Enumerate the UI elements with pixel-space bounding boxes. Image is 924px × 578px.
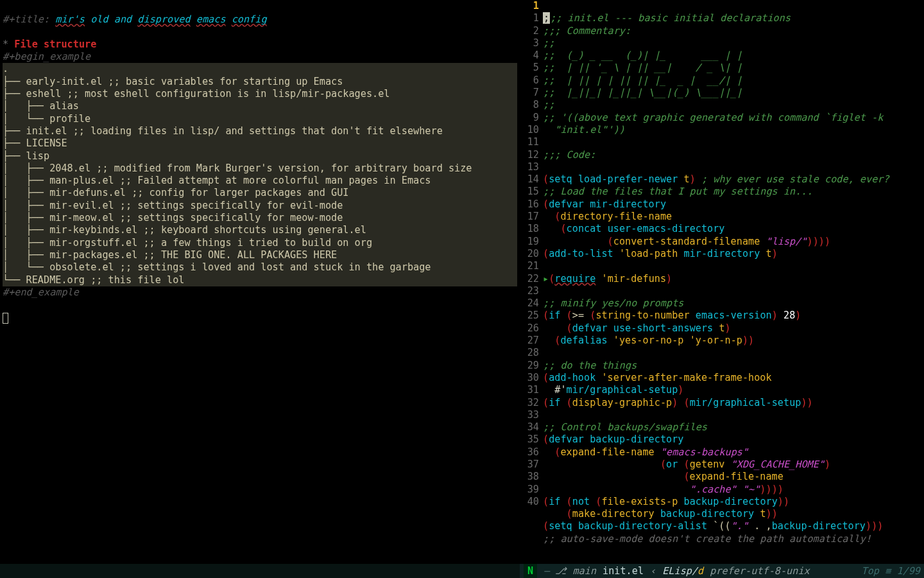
encoding: prefer-utf-8-unix (710, 564, 809, 578)
code-line: (add-hook 'server-after-make-frame-hook … (543, 372, 772, 396)
code-line: (add-to-list 'load-path mir-directory t) (543, 248, 778, 259)
title-word: mir's (55, 13, 85, 25)
code-line: (defalias 'yes-or-no-p 'y-or-n-p)) (543, 335, 754, 346)
tree-line: ├── lisp (3, 150, 517, 162)
begin-example: #+begin_example (3, 51, 90, 62)
code-line: ;; auto-save-mode doesn't create the pat… (543, 533, 871, 545)
tree-line: │ ├── mir-orgstuff.el ;; a few things i … (3, 237, 517, 249)
code-line: ;;; Code: (543, 149, 595, 161)
readme-pane[interactable]: #+title: mir's old and disproved emacs c… (0, 0, 520, 564)
modeline-right-active[interactable]: N — ⎇ main init.el ‹ ELisp/d prefer-utf-… (520, 564, 924, 578)
code-line (543, 136, 549, 148)
tree-line: │ ├── mir-evil.el ;; settings specifical… (3, 200, 517, 212)
chevron-left-icon: ‹ (650, 564, 656, 578)
tree-line: │ ├── 2048.el ;; modified from Mark Burg… (3, 162, 517, 175)
source[interactable]: ;;;; init.el --- basic initial declarati… (543, 0, 924, 564)
code-line: ;; (_) _ __ (_)| |_ ___ | | (543, 49, 742, 61)
tree-line: │ ├── mir-defuns.el ;; config for larger… (3, 187, 517, 199)
tree-line: │ ├── alias (3, 100, 517, 112)
code-line: ;; (543, 99, 554, 110)
branch-icon: ⎇ (555, 565, 567, 577)
tree-line: │ └── obsolete.el ;; settings i loved an… (3, 261, 517, 274)
code-line: (directory-file-name (543, 211, 672, 222)
title-word: emacs (196, 13, 226, 25)
code-line (543, 285, 549, 297)
code-line: ;; | || | | || || |_ _ | __/| | (543, 74, 742, 86)
tree-line: │ └── profile (3, 113, 517, 125)
code-line (543, 347, 549, 358)
code-line: ;; | || '_ \ | || __| / _ \| | (543, 62, 742, 73)
vcs-branch[interactable]: ⎇ main (555, 564, 596, 578)
tree-line: ├── init.el ;; loading files in lisp/ an… (3, 125, 517, 137)
buffer-name[interactable]: init.el (603, 564, 644, 578)
org-buffer: #+title: mir's old and disproved emacs c… (0, 0, 520, 341)
code-line: (setq load-prefer-newer t) ; why ever us… (543, 173, 889, 185)
major-mode[interactable]: ELisp/d (662, 564, 703, 578)
code-line: ;; do the things (543, 360, 637, 371)
gutter: 1 12345678 91011121314151617181920212223… (520, 0, 543, 564)
code-line: (if (not (file-exists-p backup-directory… (543, 496, 789, 507)
position-indicator: Top ≡ 1/99 (862, 564, 920, 578)
code-line: (defvar use-short-answers t) (543, 322, 731, 334)
modeline: N — ⎇ main init.el ‹ ELisp/d prefer-utf-… (0, 564, 924, 578)
code-line: (concat user-emacs-directory (543, 223, 725, 234)
code-line: ".cache" "~")))) (543, 484, 783, 495)
code-line: ▸(require 'mir-defuns) (543, 273, 672, 285)
evil-state-indicator: N (524, 564, 537, 578)
code-line: ;;;; init.el --- basic initial declarati… (543, 12, 791, 24)
tree-line: ├── LICENSE (3, 137, 517, 150)
code-line: ;; Control backups/swapfiles (543, 421, 707, 433)
title-word: old (90, 13, 108, 25)
code-line: ;; Load the files that I put my settings… (543, 186, 813, 197)
code-line: ;;; Commentary: (543, 25, 631, 37)
code-line: ;; '((above text graphic generated with … (543, 112, 883, 136)
code-line: (or (getenv "XDG_CACHE_HOME") (543, 459, 830, 470)
code-line: ;; (543, 37, 554, 49)
code-line: (defvar mir-directory (543, 198, 666, 210)
cursor-indicator (3, 313, 8, 324)
modeline-left-inactive (0, 564, 520, 578)
tree-line: │ ├── mir-meow.el ;; settings specifical… (3, 212, 517, 224)
emacs-frame: #+title: mir's old and disproved emacs c… (0, 0, 924, 578)
code-line (543, 260, 549, 272)
tree-line: . (3, 63, 517, 75)
code-line: ;; minify yes/no prompts (543, 297, 683, 309)
separator: — (543, 564, 549, 578)
title-word: and (114, 13, 132, 25)
code-line: (defvar backup-directory (543, 434, 684, 445)
code-buffer: 1 12345678 91011121314151617181920212223… (520, 0, 924, 564)
code-line: (setq backup-directory-alist `(("." . ,b… (543, 520, 883, 532)
heading-text: File structure (14, 39, 96, 50)
main-split: #+title: mir's old and disproved emacs c… (0, 0, 924, 564)
tree-line: │ ├── mir-packages.el ;; THE BIG ONE. AL… (3, 249, 517, 261)
tree-line: │ ├── mir-keybinds.el ;; keyboard shortc… (3, 224, 517, 236)
end-example: #+end_example (3, 286, 79, 298)
code-line: (expand-file-name "emacs-backups" (543, 446, 748, 458)
code-line: (expand-file-name (543, 471, 783, 482)
tree-line: │ ├── man-plus.el ;; Failed attempt at m… (3, 175, 517, 187)
title-word: config (232, 13, 267, 25)
tree-line: ├── early-init.el ;; basic variables for… (3, 76, 517, 88)
tree-line: └── README.org ;; this file lol (3, 274, 517, 286)
code-line (543, 409, 549, 421)
code-line: (if (display-graphic-p) (mir/graphical-s… (543, 397, 813, 408)
tree-line: ├── eshell ;; most eshell configuration … (3, 88, 517, 100)
heading-star: * (3, 39, 14, 50)
title-word: disproved (137, 13, 190, 25)
code-line: (if (>= (string-to-number emacs-version)… (543, 310, 801, 321)
code-line: ;; |_||_| |_||_| \__|(_) \___||_| (543, 87, 742, 98)
code-line: (convert-standard-filename "lisp/")))) (543, 236, 830, 247)
code-line (543, 161, 549, 173)
code-line: (make-directory backup-directory t)) (543, 508, 778, 520)
init-el-pane[interactable]: 1 12345678 91011121314151617181920212223… (520, 0, 924, 564)
gutter-current: 1 (533, 0, 539, 12)
org-keyword: #+title: (3, 13, 55, 25)
